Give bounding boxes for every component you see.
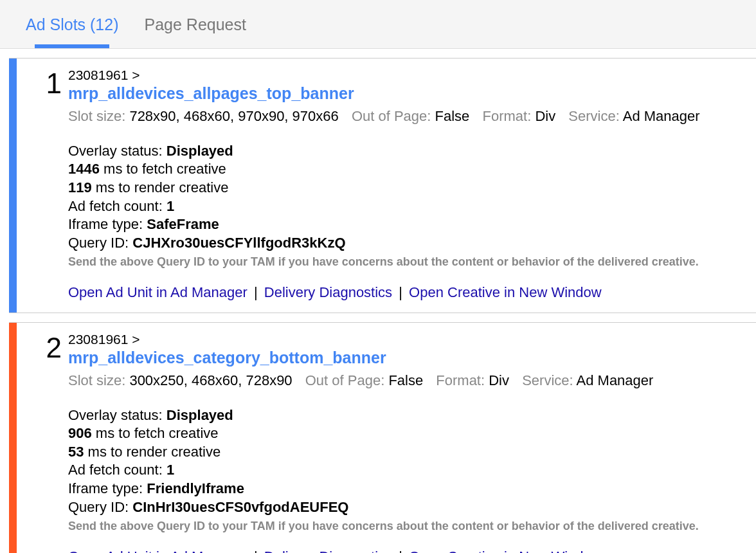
network-path: 23081961 > <box>68 332 743 347</box>
open-ad-unit-link[interactable]: Open Ad Unit in Ad Manager <box>68 548 248 554</box>
open-ad-unit-link[interactable]: Open Ad Unit in Ad Manager <box>68 284 248 300</box>
slot-links: Open Ad Unit in Ad Manager | Delivery Di… <box>68 284 743 301</box>
tab-page-request[interactable]: Page Request <box>145 0 246 48</box>
ad-unit-link[interactable]: mrp_alldevices_category_bottom_banner <box>68 349 386 367</box>
slot-meta-row: Slot size: 300x250, 468x60, 728x90 Out o… <box>68 371 743 391</box>
query-id-hint: Send the above Query ID to your TAM if y… <box>68 519 743 534</box>
slot-card: 2 23081961 > mrp_alldevices_category_bot… <box>9 322 756 553</box>
slot-number: 1 <box>22 68 62 100</box>
slot-links: Open Ad Unit in Ad Manager | Delivery Di… <box>68 548 743 554</box>
ad-unit-link[interactable]: mrp_alldevices_allpages_top_banner <box>68 84 354 103</box>
slot-list: 1 23081961 > mrp_alldevices_allpages_top… <box>0 58 756 553</box>
delivery-diagnostics-link[interactable]: Delivery Diagnostics <box>264 548 392 554</box>
delivery-diagnostics-link[interactable]: Delivery Diagnostics <box>264 284 392 300</box>
network-path: 23081961 > <box>68 68 743 83</box>
open-creative-link[interactable]: Open Creative in New Window <box>409 548 602 554</box>
slot-color-bar <box>9 59 17 313</box>
tab-bar: Ad Slots (12) Page Request <box>0 0 756 49</box>
slot-number: 2 <box>22 332 62 364</box>
slot-meta-row: Slot size: 728x90, 468x60, 970x90, 970x6… <box>68 107 743 127</box>
tab-ad-slots[interactable]: Ad Slots (12) <box>26 0 119 48</box>
slot-stats: Overlay status: Displayed 1446 ms to fet… <box>68 142 743 270</box>
query-id-hint: Send the above Query ID to your TAM if y… <box>68 255 743 269</box>
slot-card: 1 23081961 > mrp_alldevices_allpages_top… <box>9 58 756 313</box>
slot-color-bar <box>9 323 17 553</box>
open-creative-link[interactable]: Open Creative in New Window <box>409 284 602 300</box>
slot-stats: Overlay status: Displayed 906 ms to fetc… <box>68 406 743 534</box>
